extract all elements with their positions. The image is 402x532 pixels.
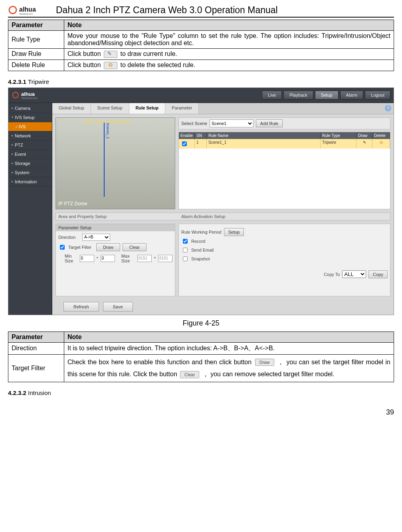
- th-parameter: Parameter: [8, 332, 64, 342]
- text: Check the box here to enable this functi…: [67, 359, 254, 365]
- send-email-label: Send Email: [191, 248, 214, 252]
- subtab-rule-setup[interactable]: Rule Setup: [129, 103, 165, 114]
- th-rule-name: Rule Name: [207, 132, 321, 139]
- parameter-setup-header: Parameter Setup: [56, 224, 175, 231]
- tab-logout[interactable]: Logout: [365, 91, 390, 99]
- svg-point-1: [13, 92, 18, 98]
- star: *: [97, 256, 98, 261]
- cell-note: Move your mouse to the "Rule Type" colum…: [64, 31, 394, 49]
- th-note: Note: [64, 332, 394, 342]
- parameter-table-2: Parameter Note Direction It is to select…: [8, 332, 394, 383]
- th-enable: Enable: [179, 132, 195, 139]
- add-rule-button[interactable]: Add Rule: [256, 119, 283, 127]
- clear-button[interactable]: Clear: [123, 243, 147, 251]
- tab-setup[interactable]: Setup: [315, 91, 339, 99]
- sidebar-item-ivs-setup[interactable]: ▾IVS Setup: [8, 113, 52, 122]
- send-email-checkbox[interactable]: [183, 248, 188, 252]
- parameter-table-1: Parameter Note Rule Type Move your mouse…: [8, 20, 394, 71]
- table-row: Target Filter Check the box here to enab…: [8, 354, 394, 382]
- th-parameter: Parameter: [8, 20, 64, 31]
- tripwire-line: [104, 123, 105, 197]
- target-filter-checkbox[interactable]: [60, 245, 65, 250]
- clear-button-icon: Clear: [180, 371, 199, 378]
- section-heading-tripwire: 4.2.3.1 Tripwire: [8, 78, 394, 85]
- setup-button[interactable]: Setup: [224, 228, 244, 236]
- ui-topbar: alhua TECHNOLOGY Live Playback Setup Ala…: [8, 88, 394, 103]
- max-size-a-input[interactable]: [137, 255, 152, 262]
- scene-select[interactable]: Scene1: [210, 119, 253, 127]
- max-size-b-input[interactable]: [158, 255, 172, 262]
- min-size-b-input[interactable]: [101, 255, 115, 262]
- rule-sn: 1: [195, 139, 207, 149]
- table-row: Direction It is to select tripwire direc…: [8, 342, 394, 354]
- tab-alarm[interactable]: Alarm: [340, 91, 364, 99]
- ui-content: 2013-12-19 14:51:04 Fri Scene1_1 IP PTZ …: [52, 114, 394, 315]
- logo-subtext: TECHNOLOGY: [19, 13, 34, 15]
- cell-param: Direction: [8, 342, 64, 354]
- max-size-label: Max Size: [121, 254, 135, 263]
- save-button[interactable]: Save: [103, 302, 133, 312]
- video-preview: 2013-12-19 14:51:04 Fri Scene1_1 IP PTZ …: [55, 117, 175, 209]
- record-checkbox[interactable]: [183, 239, 188, 244]
- rule-type[interactable]: Tripwire: [321, 139, 356, 149]
- cell-note: Check the box here to enable this functi…: [64, 354, 394, 382]
- subtab-parameter[interactable]: Parameter: [165, 103, 199, 114]
- copy-to-label: Copy To: [324, 272, 340, 277]
- sidebar-item-camera[interactable]: ▸Camera: [8, 104, 52, 113]
- video-overlay-text: IP PTZ Dome: [58, 201, 87, 206]
- working-period-label: Rule Working Period: [181, 230, 222, 234]
- cell-note: It is to select tripwire direction. The …: [64, 342, 394, 354]
- copy-to-select[interactable]: ALL: [342, 270, 366, 278]
- area-property-header: Area and Property Setup: [58, 214, 178, 219]
- th-delete: Delete: [372, 132, 390, 139]
- cell-param: Draw Rule: [8, 49, 64, 60]
- subtab-scene-setup[interactable]: Scene Setup: [91, 103, 129, 114]
- tab-live[interactable]: Live: [262, 91, 282, 99]
- sidebar-item-system[interactable]: ▸System: [8, 168, 52, 177]
- rule-delete-icon[interactable]: ⊖: [372, 139, 390, 149]
- direction-label: Direction: [58, 235, 80, 240]
- cell-note: Click button to draw current rule.: [64, 49, 394, 60]
- th-rule-type: Rule Type: [321, 132, 356, 139]
- tab-playback[interactable]: Playback: [283, 91, 313, 99]
- text: to delete the selected rule.: [121, 62, 196, 68]
- target-filter-label: Target Filter: [68, 245, 94, 250]
- sidebar-item-network[interactable]: ▸Network: [8, 131, 52, 141]
- draw-button-icon: Draw: [255, 359, 274, 366]
- draw-button[interactable]: Draw: [96, 243, 120, 251]
- refresh-button[interactable]: Refresh: [63, 302, 99, 312]
- ui-sidebar: ▸Camera ▾IVS Setup ›IVS ▸Network ▸PTZ ▸E…: [8, 103, 52, 315]
- rule-draw-icon[interactable]: ✎: [356, 139, 372, 149]
- document-title: Dahua 2 Inch PTZ Camera Web 3.0 Operatio…: [56, 5, 278, 16]
- rule-enable-checkbox[interactable]: [182, 141, 187, 146]
- select-scene-label: Select Scene: [181, 121, 207, 126]
- th-note: Note: [64, 20, 394, 31]
- copy-button[interactable]: Copy: [368, 270, 388, 278]
- sidebar-item-information[interactable]: ▸Information: [8, 177, 52, 187]
- sidebar-item-event[interactable]: ▸Event: [8, 150, 52, 159]
- min-size-label: Min Size: [65, 254, 77, 263]
- sidebar-item-storage[interactable]: ▸Storage: [8, 159, 52, 168]
- cell-param: Rule Type: [8, 31, 64, 49]
- delete-icon: [104, 62, 117, 69]
- sidebar-item-ivs[interactable]: ›IVS: [8, 122, 52, 131]
- direction-select[interactable]: A->B: [82, 234, 110, 241]
- subtab-global-setup[interactable]: Global Setup: [52, 103, 91, 114]
- min-size-a-input[interactable]: [80, 255, 94, 262]
- rule-table: Enable SN Rule Name Rule Type Draw Delet…: [178, 132, 390, 209]
- help-icon[interactable]: ?: [385, 105, 391, 111]
- table-row: Delete Rule Click button to delete the s…: [8, 60, 394, 71]
- ui-main: Global Setup Scene Setup Rule Setup Para…: [52, 103, 394, 315]
- top-nav-tabs: Live Playback Setup Alarm Logout: [262, 91, 390, 99]
- rule-row[interactable]: 1 Scene1_1 Tripwire ✎ ⊖: [179, 139, 390, 149]
- parameter-setup-panel: Parameter Setup Direction A->B Target Fi…: [55, 224, 175, 296]
- draw-icon: [104, 51, 117, 58]
- logo-text: alhua: [19, 6, 36, 13]
- sidebar-item-ptz[interactable]: ▸PTZ: [8, 141, 52, 150]
- bottom-buttons: Refresh Save: [55, 300, 390, 312]
- brand-logo: alhua TECHNOLOGY: [12, 91, 38, 99]
- section-heading-intrusion: 4.2.3.2 Intrusion: [8, 389, 394, 396]
- snapshot-checkbox[interactable]: [183, 256, 188, 261]
- text: Click button: [67, 62, 103, 68]
- sub-tabs: Global Setup Scene Setup Rule Setup Para…: [52, 103, 394, 114]
